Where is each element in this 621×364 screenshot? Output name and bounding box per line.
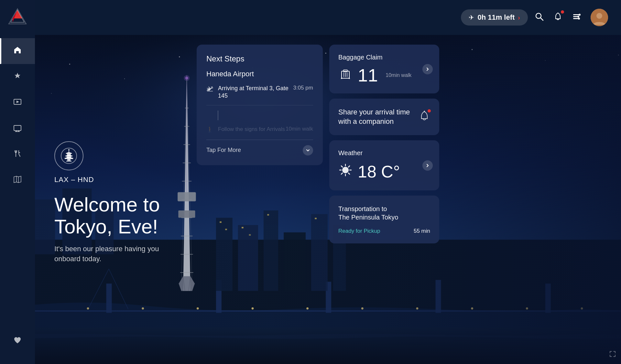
step-connector <box>218 111 218 120</box>
arrival-share-text: Share your arrival time with a companion <box>338 108 413 126</box>
sidebar-item-home[interactable] <box>0 38 35 64</box>
svg-point-95 <box>68 149 70 150</box>
sidebar <box>0 0 35 364</box>
hero-area: LAX – HND Welcome to Tokyo, Eve! It's be… <box>35 35 621 364</box>
baggage-number: 11 <box>358 66 378 84</box>
transport-footer: Ready for Pickup 55 min <box>338 228 430 234</box>
route-icon-wrap <box>54 141 184 170</box>
step-1-details: Arriving at Terminal 3, Gate 145 3:05 pm <box>218 85 313 100</box>
weather-card[interactable]: Weather <box>329 140 439 190</box>
sidebar-item-favorites[interactable] <box>0 64 35 90</box>
svg-line-17 <box>540 18 543 20</box>
svg-line-114 <box>341 166 343 167</box>
weather-card-arrow[interactable] <box>422 160 433 171</box>
svg-marker-5 <box>16 101 19 103</box>
search-button[interactable] <box>534 12 544 24</box>
cards-area: Next Steps Haneda Airport ✈ <box>197 35 621 364</box>
svg-line-115 <box>348 173 350 174</box>
baggage-card-arrow[interactable] <box>422 64 433 74</box>
bell-wrapper <box>419 110 430 124</box>
chevron-down-icon <box>303 145 313 155</box>
transport-status: Ready for Pickup <box>338 228 380 234</box>
sidebar-bottom <box>0 328 35 364</box>
arrival-share-content: Share your arrival time with a companion <box>338 108 430 126</box>
app-frame: ✈ 0h 11m left › <box>0 0 621 364</box>
step-2: 🚶 Follow the signs for Arrivals 10min wa… <box>206 123 313 133</box>
step-1-time: 3:05 pm <box>293 85 313 91</box>
sidebar-item-tv[interactable] <box>0 116 35 142</box>
next-steps-title: Next Steps <box>206 54 313 63</box>
play-icon <box>13 98 22 108</box>
welcome-subtitle: It's been our pleasure having you onboar… <box>54 244 184 264</box>
user-avatar[interactable] <box>591 9 608 26</box>
transportation-card[interactable]: Transportation to The Peninsula Tokyo Re… <box>329 196 439 243</box>
svg-rect-19 <box>573 16 578 17</box>
svg-text:✈: ✈ <box>207 85 212 92</box>
svg-point-22 <box>577 16 579 17</box>
baggage-icon <box>338 67 353 84</box>
welcome-title: Welcome to Tokyo, Eve! <box>54 194 184 238</box>
top-header: ✈ 0h 11m left › <box>35 0 621 35</box>
heart-icon <box>13 336 22 347</box>
svg-point-25 <box>596 13 602 19</box>
bell-icon <box>419 112 430 124</box>
star-icon <box>13 72 22 82</box>
tap-for-more-button[interactable]: Tap For More <box>206 140 313 155</box>
transport-duration: 55 min <box>414 228 430 234</box>
walk-icon: 🚶 <box>206 126 213 133</box>
dining-icon <box>13 149 22 160</box>
baggage-walk: 10min walk <box>386 72 411 78</box>
home-icon <box>13 46 22 57</box>
svg-point-21 <box>579 14 581 16</box>
svg-line-117 <box>341 173 343 174</box>
notification-badge <box>561 10 564 14</box>
step-2-text: Follow the signs for Arrivals <box>218 126 285 133</box>
plane-icon: ✈ <box>469 14 474 21</box>
step-2-time: 10min walk <box>286 126 313 132</box>
right-cards: Baggage Claim <box>329 45 439 243</box>
flight-timer-text: 0h 11m left <box>477 13 515 22</box>
fullscreen-button[interactable] <box>609 351 616 359</box>
sidebar-item-dining[interactable] <box>0 142 35 167</box>
sidebar-logo <box>0 0 35 35</box>
notification-button[interactable] <box>553 12 563 24</box>
timer-arrow: › <box>518 14 520 21</box>
temple-icon <box>54 141 83 170</box>
sidebar-item-map[interactable] <box>0 167 35 193</box>
left-content: LAX – HND Welcome to Tokyo, Eve! It's be… <box>35 35 197 364</box>
sidebar-item-movies[interactable] <box>0 90 35 116</box>
settings-button[interactable] <box>572 12 582 24</box>
transport-title: Transportation to The Peninsula Tokyo <box>338 205 430 221</box>
svg-rect-6 <box>14 125 21 131</box>
bell-notification-dot <box>428 109 431 112</box>
baggage-content: 11 10min walk <box>338 66 430 84</box>
weather-card-title: Weather <box>338 149 430 157</box>
svg-marker-13 <box>14 176 21 183</box>
baggage-card-title: Baggage Claim <box>338 54 430 61</box>
svg-rect-107 <box>349 78 350 79</box>
arrival-share-card[interactable]: Share your arrival time with a companion <box>329 99 439 135</box>
step-1-text: Arriving at Terminal 3, Gate 145 <box>218 85 293 100</box>
route-label: LAX – HND <box>54 176 184 184</box>
flight-timer[interactable]: ✈ 0h 11m left › <box>461 9 528 26</box>
sidebar-navigation <box>0 35 35 328</box>
tap-more-text: Tap For More <box>206 147 241 154</box>
main-content: ✈ 0h 11m left › <box>35 0 621 364</box>
map-icon <box>13 175 22 186</box>
weather-temperature: 18 C° <box>358 162 400 181</box>
header-icons <box>534 9 608 26</box>
sidebar-item-heart[interactable] <box>0 328 35 354</box>
airport-name: Haneda Airport <box>206 70 313 78</box>
weather-content: 18 C° <box>338 162 430 181</box>
sun-icon <box>338 163 353 180</box>
svg-rect-99 <box>66 161 71 162</box>
svg-rect-106 <box>341 78 342 79</box>
svg-point-23 <box>578 17 580 19</box>
svg-line-116 <box>348 166 350 167</box>
svg-rect-98 <box>67 159 71 161</box>
tv-icon <box>13 123 22 134</box>
arriving-icon: ✈ <box>206 85 213 94</box>
baggage-claim-card[interactable]: Baggage Claim <box>329 45 439 93</box>
step-1: ✈ Arriving at Terminal 3, Gate 145 3:05 … <box>206 85 313 105</box>
svg-point-109 <box>342 167 349 173</box>
